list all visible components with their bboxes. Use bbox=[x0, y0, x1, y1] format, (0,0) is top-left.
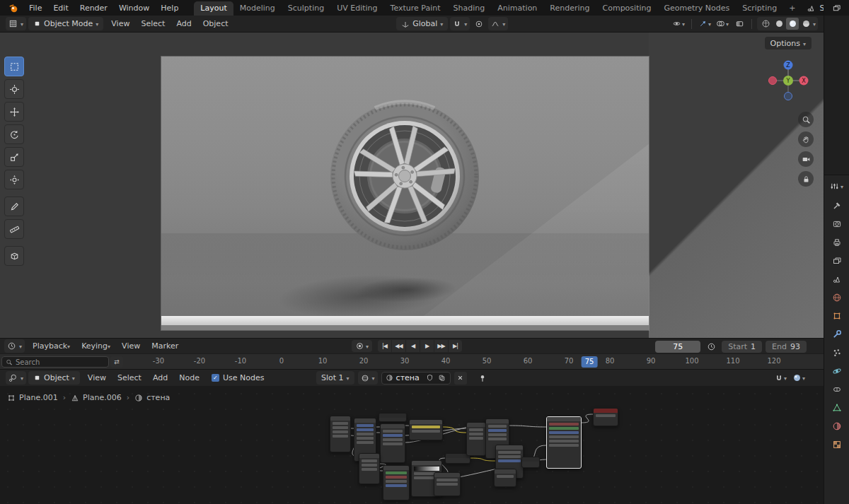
tool-measure[interactable] bbox=[4, 219, 24, 239]
node-socket-row[interactable] bbox=[386, 476, 407, 479]
node-header[interactable] bbox=[547, 417, 581, 421]
viewport-lock-button[interactable] bbox=[798, 171, 814, 187]
shader-node-14[interactable] bbox=[521, 457, 540, 468]
properties-tab-particles[interactable] bbox=[827, 344, 847, 362]
viewport-camera-button[interactable] bbox=[798, 151, 814, 167]
workspace-tab-rendering[interactable]: Rendering bbox=[543, 1, 596, 16]
node-header[interactable] bbox=[467, 423, 485, 427]
node-socket-row[interactable] bbox=[357, 424, 374, 427]
axis-x-negative-handle[interactable] bbox=[769, 77, 777, 85]
tool-cursor[interactable] bbox=[4, 79, 24, 99]
node-socket-row[interactable] bbox=[357, 428, 374, 431]
node-socket-row[interactable] bbox=[383, 434, 403, 437]
node-header[interactable] bbox=[330, 416, 350, 421]
node-socket-row[interactable] bbox=[357, 441, 374, 444]
show-overlays-toggle[interactable] bbox=[715, 17, 730, 30]
node-header[interactable] bbox=[379, 414, 406, 418]
node-header[interactable] bbox=[381, 424, 405, 428]
topbar-menu-window[interactable]: Window bbox=[113, 0, 155, 16]
browse-material-button[interactable] bbox=[358, 371, 378, 385]
shading-solid-button[interactable] bbox=[773, 18, 785, 30]
auto-keying-button[interactable] bbox=[352, 340, 372, 352]
properties-tab-world[interactable] bbox=[827, 288, 847, 307]
transport-jump-end-button[interactable]: ▶| bbox=[449, 340, 462, 352]
node-socket-row[interactable] bbox=[412, 430, 440, 433]
visibility-dropdown[interactable] bbox=[671, 17, 686, 30]
frame-end-field[interactable]: End 93 bbox=[766, 341, 807, 353]
viewport-menu-select[interactable]: Select bbox=[135, 16, 171, 32]
properties-tab-material[interactable] bbox=[827, 417, 847, 435]
node-socket-row[interactable] bbox=[469, 437, 483, 440]
node-socket-row[interactable] bbox=[498, 459, 521, 462]
node-socket-row[interactable] bbox=[333, 422, 348, 425]
tool-transform[interactable] bbox=[4, 170, 24, 189]
color-ramp-gradient[interactable] bbox=[414, 467, 439, 471]
show-gizmo-toggle[interactable] bbox=[697, 17, 712, 30]
tool-add-cube[interactable] bbox=[4, 246, 24, 266]
node-socket-row[interactable] bbox=[549, 431, 579, 434]
breadcrumb-item-plane-006[interactable]: Plane.006 bbox=[71, 393, 122, 402]
node-socket-row[interactable] bbox=[596, 414, 616, 417]
node-socket-row[interactable] bbox=[488, 429, 507, 432]
node-header[interactable] bbox=[354, 418, 376, 423]
slot-selector[interactable]: Slot 1 bbox=[316, 371, 354, 385]
tool-move[interactable] bbox=[4, 102, 24, 122]
workspace-tab-shading[interactable]: Shading bbox=[447, 1, 492, 16]
properties-tab-render[interactable] bbox=[827, 215, 847, 233]
copy-material-button[interactable] bbox=[437, 374, 446, 382]
search-field[interactable] bbox=[1, 356, 109, 368]
node-socket-row[interactable] bbox=[437, 479, 458, 481]
node-socket-row[interactable] bbox=[386, 480, 407, 483]
add-workspace-button[interactable]: + bbox=[783, 4, 801, 13]
tool-box-select[interactable] bbox=[4, 57, 24, 76]
tool-scale[interactable] bbox=[4, 147, 24, 167]
node-overlay-toggle[interactable] bbox=[791, 371, 807, 385]
mode-selector[interactable]: Object Mode bbox=[28, 17, 103, 30]
material-name-field[interactable]: стена bbox=[381, 372, 451, 385]
navigation-gizmo[interactable]: Z X Y bbox=[766, 58, 811, 103]
properties-tab-constraints[interactable] bbox=[827, 380, 847, 399]
node-header[interactable] bbox=[434, 473, 460, 477]
options-button[interactable]: Options bbox=[765, 37, 812, 49]
shader-node-5[interactable] bbox=[383, 465, 410, 500]
shader-type-selector[interactable]: Object bbox=[28, 371, 80, 385]
node-socket-row[interactable] bbox=[333, 435, 348, 438]
node-header[interactable] bbox=[496, 445, 523, 450]
shading-wireframe-button[interactable] bbox=[759, 18, 772, 30]
properties-tab-modifiers[interactable] bbox=[827, 325, 847, 344]
node-socket-row[interactable] bbox=[549, 427, 579, 430]
shader-menu-view[interactable]: View bbox=[82, 370, 112, 386]
timeline-menu-keying[interactable]: Keying bbox=[76, 339, 116, 353]
node-snap-toggle[interactable] bbox=[773, 371, 788, 385]
toggle-xray-button[interactable] bbox=[732, 17, 746, 30]
shader-node-16[interactable] bbox=[593, 408, 618, 426]
properties-tab-object[interactable] bbox=[827, 307, 847, 325]
node-socket-row[interactable] bbox=[412, 426, 440, 428]
search-input[interactable] bbox=[16, 358, 105, 366]
node-socket-row[interactable] bbox=[362, 468, 377, 471]
shader-menu-add[interactable]: Add bbox=[147, 370, 173, 386]
properties-editor-type-button[interactable] bbox=[824, 175, 849, 197]
workspace-tab-texture-paint[interactable]: Texture Paint bbox=[384, 1, 447, 16]
node-socket-row[interactable] bbox=[383, 430, 403, 433]
node-header[interactable] bbox=[383, 466, 409, 470]
outliner-area[interactable] bbox=[824, 16, 849, 175]
node-socket-row[interactable] bbox=[333, 426, 348, 429]
node-socket-row[interactable] bbox=[488, 438, 507, 440]
breadcrumb-item-стена[interactable]: стена bbox=[134, 393, 170, 402]
node-socket-row[interactable] bbox=[357, 437, 374, 440]
transport-prev-key-button[interactable]: ◀◀ bbox=[392, 340, 405, 352]
shading-material-preview-button[interactable] bbox=[786, 18, 799, 30]
properties-tab-scene[interactable] bbox=[827, 270, 847, 288]
topbar-menu-help[interactable]: Help bbox=[155, 0, 184, 16]
node-socket-row[interactable] bbox=[357, 433, 374, 435]
workspace-tab-layout[interactable]: Layout bbox=[194, 1, 233, 16]
axis-z-negative-handle[interactable] bbox=[785, 93, 792, 100]
timeline-ruler[interactable]: -30-20-100102030405060708090100110120 75 bbox=[0, 353, 824, 369]
viewport-zoom-button[interactable] bbox=[798, 112, 814, 127]
transport-play-button[interactable]: ▶ bbox=[420, 340, 434, 352]
viewport-3d[interactable]: Options Z X Y bbox=[0, 33, 824, 338]
current-frame-field[interactable]: 75 bbox=[655, 341, 700, 353]
workspace-tab-animation[interactable]: Animation bbox=[491, 1, 543, 16]
snap-toggle[interactable] bbox=[450, 17, 470, 30]
